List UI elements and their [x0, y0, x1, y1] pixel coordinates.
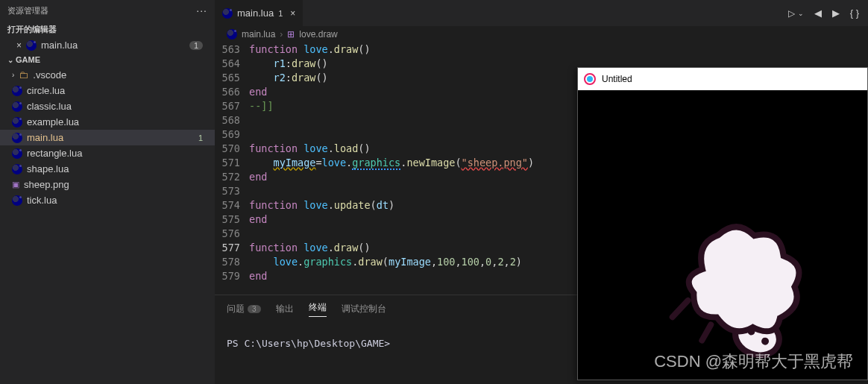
chevron-right-icon: › [12, 71, 14, 79]
lua-icon [12, 164, 22, 174]
file-name: circle.lua [27, 85, 65, 96]
tab-terminal[interactable]: 终端 [309, 301, 327, 317]
love2d-icon [584, 73, 596, 85]
chevron-right-icon: › [280, 29, 283, 40]
method-icon: ⊞ [287, 29, 295, 40]
lua-icon [26, 40, 37, 51]
next-icon[interactable]: ▶ [832, 7, 840, 19]
tree-item-example-lua[interactable]: example.lua [0, 114, 215, 130]
modified-badge: 1 [198, 133, 203, 142]
more-icon[interactable]: ··· [196, 4, 207, 16]
file-name: shape.lua [27, 163, 69, 174]
tab-debug[interactable]: 调试控制台 [342, 303, 386, 315]
tree-item-sheep-png[interactable]: ▣sheep.png [0, 177, 215, 192]
file-name: tick.lua [27, 195, 57, 206]
folder-root[interactable]: ⌄ GAME [0, 52, 215, 67]
file-name: example.lua [27, 116, 79, 128]
open-editors-label[interactable]: 打开的编辑器 [0, 21, 215, 38]
tree-item--vscode[interactable]: ›🗀.vscode [0, 67, 215, 83]
run-dropdown-icon[interactable]: ⌄ [798, 10, 804, 17]
tree-item-tick-lua[interactable]: tick.lua [0, 192, 215, 208]
lua-icon [222, 8, 233, 19]
folder-icon: 🗀 [19, 69, 28, 81]
tab-main-lua[interactable]: main.lua 1 × [215, 0, 304, 26]
close-icon[interactable]: × [16, 40, 22, 51]
image-icon: ▣ [12, 180, 19, 189]
file-name: sheep.png [24, 179, 69, 190]
open-editor-name: main.lua [41, 40, 78, 51]
file-name: main.lua [27, 132, 63, 143]
sheep-sprite [652, 202, 831, 381]
tree-item-shape-lua[interactable]: shape.lua [0, 161, 215, 177]
sidebar: 资源管理器 ··· 打开的编辑器 × main.lua 1 ⌄ GAME ›🗀.… [0, 0, 215, 384]
file-tree: ›🗀.vscodecircle.luaclassic.luaexample.lu… [0, 67, 215, 208]
modified-badge: 1 [189, 41, 203, 50]
tab-bar: main.lua 1 × ▷ ⌄ ◀ ▶ { } [215, 0, 868, 26]
lua-icon [12, 148, 22, 159]
file-name: classic.lua [27, 101, 72, 112]
tree-item-circle-lua[interactable]: circle.lua [0, 83, 215, 98]
sidebar-header: 资源管理器 ··· [0, 0, 215, 21]
breadcrumb[interactable]: main.lua › ⊞ love.draw [215, 26, 868, 43]
braces-icon[interactable]: { } [850, 7, 859, 19]
line-gutter: 5635645655665675685695705715725735745755… [215, 43, 249, 295]
file-name: .vscode [33, 69, 66, 81]
lua-icon [12, 101, 22, 112]
game-titlebar[interactable]: Untitled [578, 68, 867, 90]
file-name: rectangle.lua [27, 148, 82, 159]
lua-icon [12, 133, 22, 143]
lua-icon [227, 29, 237, 40]
run-icon[interactable]: ▷ [788, 8, 795, 19]
lua-icon [12, 86, 22, 96]
breadcrumb-symbol[interactable]: love.draw [299, 29, 337, 40]
game-title: Untitled [602, 74, 632, 84]
tree-item-classic-lua[interactable]: classic.lua [0, 98, 215, 114]
prev-icon[interactable]: ◀ [814, 7, 822, 19]
close-icon[interactable]: × [290, 8, 295, 19]
tree-item-main-lua[interactable]: main.lua1 [0, 130, 215, 145]
editor-actions: ▷ ⌄ ◀ ▶ { } [788, 7, 868, 19]
chevron-down-icon: ⌄ [7, 56, 13, 64]
tab-output[interactable]: 输出 [276, 303, 294, 315]
lua-icon [12, 195, 22, 206]
explorer-title: 资源管理器 [7, 5, 48, 16]
tree-item-rectangle-lua[interactable]: rectangle.lua [0, 145, 215, 161]
terminal-prompt: PS C:\Users\hp\Desktop\GAME> [227, 338, 390, 349]
breadcrumb-file[interactable]: main.lua [242, 29, 275, 40]
modified-indicator: 1 [278, 9, 283, 18]
game-window[interactable]: Untitled [577, 67, 868, 380]
lua-icon [12, 117, 22, 128]
tab-problems[interactable]: 问题3 [227, 303, 261, 315]
tab-label: main.lua [237, 7, 274, 19]
open-editor-item[interactable]: × main.lua 1 [0, 38, 215, 52]
